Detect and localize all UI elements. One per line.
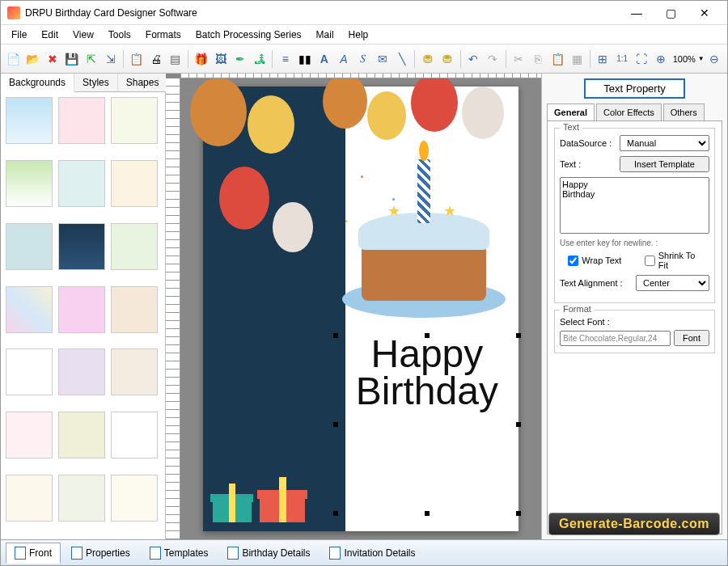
datasource-select[interactable]: Manual bbox=[620, 135, 709, 151]
btab-birthday-details[interactable]: Birthday Details bbox=[218, 543, 319, 564]
background-thumb[interactable] bbox=[111, 160, 158, 207]
grid-icon[interactable]: ▦ bbox=[568, 49, 586, 69]
fit-icon[interactable]: 1:1 bbox=[613, 49, 632, 69]
balloon-icon bbox=[219, 167, 269, 230]
background-thumb[interactable] bbox=[111, 348, 158, 395]
text-icon[interactable]: A bbox=[315, 49, 333, 69]
text-input[interactable] bbox=[560, 177, 709, 234]
menu-edit[interactable]: Edit bbox=[34, 27, 66, 42]
wrap-text-checkbox[interactable]: Wrap Text bbox=[568, 256, 624, 266]
barcode-icon[interactable]: ▮▮ bbox=[295, 49, 314, 69]
paste-icon[interactable]: 📋 bbox=[548, 49, 567, 69]
fullscreen-icon[interactable]: ⛶ bbox=[633, 49, 651, 69]
background-thumb[interactable] bbox=[58, 348, 105, 395]
save-icon[interactable]: 💾 bbox=[62, 49, 81, 69]
window-title: DRPU Birthday Card Designer Software bbox=[25, 7, 620, 19]
zoom-dropdown-icon[interactable]: ▼ bbox=[698, 55, 705, 62]
picture-icon[interactable]: 🏞 bbox=[250, 49, 269, 69]
background-thumb[interactable] bbox=[6, 348, 53, 395]
gift-icon bbox=[260, 477, 305, 522]
alignment-label: Text Alignment : bbox=[560, 278, 633, 288]
shrink-to-fit-checkbox[interactable]: Shrink To Fit bbox=[645, 251, 701, 270]
delete-icon[interactable]: ✖ bbox=[43, 49, 61, 69]
background-thumb[interactable] bbox=[58, 286, 105, 333]
btab-templates[interactable]: Templates bbox=[141, 543, 218, 564]
minimize-button[interactable]: — bbox=[620, 2, 653, 24]
card-canvas[interactable]: ★ ★ Happy Birthday bbox=[203, 87, 518, 531]
btab-invitation-details[interactable]: Invitation Details bbox=[320, 543, 424, 564]
background-thumb[interactable] bbox=[6, 97, 53, 144]
tab-color-effects[interactable]: Color Effects bbox=[596, 103, 662, 120]
db1-icon[interactable]: ⛃ bbox=[418, 49, 437, 69]
db2-icon[interactable]: ⛃ bbox=[438, 49, 456, 69]
tab-others[interactable]: Others bbox=[663, 103, 705, 120]
line-icon[interactable]: ╲ bbox=[392, 49, 411, 69]
background-thumb[interactable] bbox=[111, 412, 158, 458]
zoom-in-icon[interactable]: ⊕ bbox=[652, 49, 671, 69]
btab-properties[interactable]: Properties bbox=[62, 543, 139, 564]
menu-file[interactable]: File bbox=[4, 27, 34, 42]
lines-icon[interactable]: ≡ bbox=[276, 49, 294, 69]
insert-template-button[interactable]: Insert Template bbox=[620, 156, 709, 172]
sign-icon[interactable]: 𝑆 bbox=[353, 49, 372, 69]
balloon-icon bbox=[273, 202, 313, 252]
canvas-scroll[interactable]: ★ ★ Happy Birthday bbox=[180, 78, 541, 539]
background-thumb[interactable] bbox=[58, 475, 105, 522]
pen-icon[interactable]: ✒ bbox=[231, 49, 249, 69]
background-thumb[interactable] bbox=[6, 475, 53, 522]
image-icon[interactable]: 🖼 bbox=[211, 49, 230, 69]
print-icon[interactable]: 🖨 bbox=[146, 49, 165, 69]
redo-icon[interactable]: ↷ bbox=[483, 49, 502, 69]
copy-icon[interactable]: 📋 bbox=[127, 49, 146, 69]
background-thumb[interactable] bbox=[111, 97, 158, 144]
alignment-select[interactable]: Center bbox=[636, 275, 709, 291]
right-panel: Text Property General Color Effects Othe… bbox=[541, 74, 727, 539]
background-thumb[interactable] bbox=[58, 97, 105, 144]
grid2-icon[interactable]: ⊞ bbox=[594, 49, 612, 69]
menu-formats[interactable]: Formats bbox=[138, 27, 188, 42]
card-text-selected[interactable]: Happy Birthday bbox=[336, 336, 518, 513]
menu-view[interactable]: View bbox=[66, 27, 101, 42]
background-thumb[interactable] bbox=[111, 475, 158, 522]
balloon-icon bbox=[411, 78, 458, 132]
undo-icon[interactable]: ↶ bbox=[463, 49, 482, 69]
background-thumb[interactable] bbox=[58, 412, 105, 458]
menu-batch[interactable]: Batch Processing Series bbox=[188, 27, 309, 42]
new-icon[interactable]: 📄 bbox=[4, 49, 23, 69]
ruler-vertical bbox=[166, 78, 180, 539]
background-thumb[interactable] bbox=[58, 223, 105, 270]
cut-icon[interactable]: ✂ bbox=[509, 49, 527, 69]
maximize-button[interactable]: ▢ bbox=[654, 2, 687, 24]
gift-icon bbox=[213, 484, 252, 522]
mail-icon[interactable]: ✉ bbox=[373, 49, 392, 69]
font-button[interactable]: Font bbox=[674, 330, 709, 346]
layers-icon[interactable]: ▤ bbox=[166, 49, 184, 69]
tab-backgrounds[interactable]: Backgrounds bbox=[1, 74, 74, 92]
tab-shapes[interactable]: Shapes bbox=[118, 74, 168, 91]
background-thumb[interactable] bbox=[6, 286, 53, 333]
background-thumb[interactable] bbox=[111, 286, 158, 333]
btab-front[interactable]: Front bbox=[6, 543, 61, 564]
copy2-icon[interactable]: ⎘ bbox=[529, 49, 548, 69]
tab-general[interactable]: General bbox=[547, 103, 595, 120]
menu-tools[interactable]: Tools bbox=[101, 27, 138, 42]
background-thumb[interactable] bbox=[6, 223, 53, 270]
zoom-out-icon[interactable]: ⊖ bbox=[705, 49, 724, 69]
menu-help[interactable]: Help bbox=[341, 27, 376, 42]
background-thumb[interactable] bbox=[58, 160, 105, 207]
gift-icon[interactable]: 🎁 bbox=[192, 49, 210, 69]
titlebar: DRPU Birthday Card Designer Software — ▢… bbox=[1, 1, 727, 25]
format-legend: Format bbox=[560, 304, 595, 314]
balloon-icon bbox=[248, 95, 294, 154]
tab-styles[interactable]: Styles bbox=[74, 74, 118, 91]
background-thumb[interactable] bbox=[6, 412, 53, 458]
export-icon[interactable]: ⇱ bbox=[82, 49, 100, 69]
close-button[interactable]: ✕ bbox=[688, 2, 721, 24]
text-legend: Text bbox=[560, 122, 582, 132]
menu-mail[interactable]: Mail bbox=[309, 27, 341, 42]
background-thumb[interactable] bbox=[6, 160, 53, 207]
background-thumb[interactable] bbox=[111, 223, 158, 270]
import-icon[interactable]: ⇲ bbox=[101, 49, 120, 69]
italic-text-icon[interactable]: A bbox=[334, 49, 353, 69]
open-icon[interactable]: 📂 bbox=[23, 49, 42, 69]
